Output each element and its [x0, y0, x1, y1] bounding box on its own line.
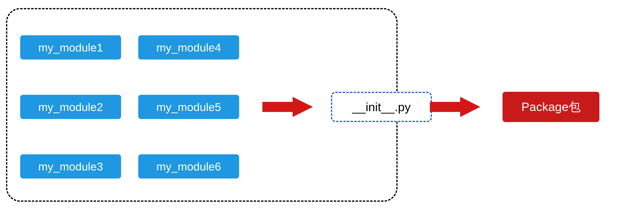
module-box-5: my_module5 — [138, 95, 239, 119]
module-box-3: my_module3 — [20, 154, 121, 178]
arrow-right-icon — [430, 97, 480, 117]
module-box-2: my_module2 — [20, 95, 121, 119]
svg-marker-0 — [262, 97, 313, 117]
arrow-modules-to-init — [262, 97, 313, 117]
arrow-right-icon — [262, 97, 313, 117]
package-box: Package包 — [502, 92, 600, 122]
module-box-4: my_module4 — [138, 35, 239, 60]
init-file-box: __init__.py — [331, 92, 432, 122]
module-box-1: my_module1 — [20, 35, 121, 60]
svg-marker-1 — [430, 97, 480, 117]
module-box-6: my_module6 — [138, 154, 239, 178]
diagram-canvas: my_module1 my_module2 my_module3 my_modu… — [0, 0, 644, 212]
arrow-init-to-package — [430, 97, 480, 117]
